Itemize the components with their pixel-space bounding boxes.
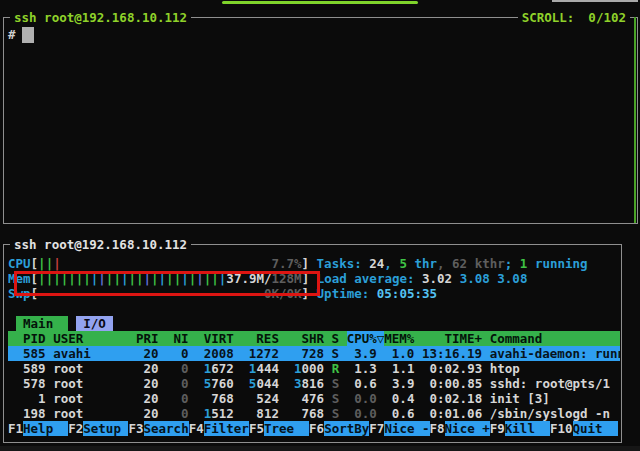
text-segment: 578 root 20 — [8, 376, 166, 391]
text-segment: 512 812 768 — [211, 406, 331, 421]
text-segment: || — [38, 256, 53, 271]
load-1min: 3.02 — [422, 271, 460, 286]
text-segment — [189, 406, 204, 421]
text-segment — [189, 376, 204, 391]
active-pane-border — [634, 17, 636, 223]
process-row[interactable]: 198 root 20 0 1512 812 768 S 0.0 0.6 0:0… — [8, 406, 620, 421]
fkey-f7[interactable]: F7 — [369, 421, 384, 436]
column-headers: PID USER PRI NI VIRT RES SHR S — [8, 331, 347, 346]
text-segment: 0.4 0:02.18 init [3] — [377, 391, 550, 406]
fkey-nice-minus-button[interactable]: Nice - — [384, 421, 429, 436]
text-segment: 672 — [211, 361, 249, 376]
tab-main[interactable]: Main — [16, 316, 69, 331]
text-segment: 3 — [294, 376, 302, 391]
fkey-filter-button[interactable]: Filter — [204, 421, 249, 436]
text-segment — [339, 391, 354, 406]
text-segment — [68, 316, 76, 331]
cpu-meter-row: CPU[||| 7.7%] Tasks: 24, 5 thr, 62 kthr;… — [8, 256, 620, 271]
text-cursor — [22, 27, 34, 43]
text-segment: ] — [302, 256, 317, 271]
fkey-f2[interactable]: F2 — [68, 421, 83, 436]
text-segment — [189, 361, 204, 376]
sort-column-cpu[interactable]: CPU%▽ — [347, 331, 385, 346]
text-segment: 760 — [211, 376, 249, 391]
text-segment: running — [527, 256, 587, 271]
text-segment: 444 — [256, 361, 294, 376]
text-segment: 768 524 476 — [189, 391, 332, 406]
fkey-search-button[interactable]: Search — [144, 421, 189, 436]
text-segment: 816 — [302, 376, 332, 391]
top-pane-title: ssh root@192.168.10.112 — [10, 10, 191, 25]
fkey-f5[interactable]: F5 — [249, 421, 264, 436]
tab-io[interactable]: I/O — [76, 316, 114, 331]
uptime-label: Uptime: — [317, 286, 377, 301]
terminal-window: ssh root@192.168.10.112 SCROLL:0/102 # s… — [0, 0, 640, 451]
top-terminal-pane[interactable] — [3, 17, 638, 224]
fkey-f10[interactable]: F10 — [550, 421, 573, 436]
fkey-quit-button[interactable]: Quit — [573, 421, 618, 436]
blank-row — [8, 301, 620, 316]
shell-prompt[interactable]: # — [8, 27, 16, 43]
text-segment — [61, 256, 272, 271]
text-segment: [ — [31, 256, 39, 271]
text-segment: 1.3 1.1 0:02.93 htop — [339, 361, 520, 376]
scroll-label: SCROLL: — [522, 10, 575, 25]
text-segment: 0 — [166, 391, 189, 406]
fkey-tree-button[interactable]: Tree — [264, 421, 309, 436]
fkey-setup-button[interactable]: Setup — [83, 421, 128, 436]
process-table-header[interactable]: PID USER PRI NI VIRT RES SHR S CPU%▽MEM%… — [8, 331, 620, 346]
column-headers-right: MEM% TIME+ Command — [384, 331, 542, 346]
text-segment: 0 — [166, 361, 189, 376]
text-segment: 044 — [256, 376, 294, 391]
fkey-kill-button[interactable]: Kill — [505, 421, 550, 436]
load-average-label: Load average: — [317, 271, 422, 286]
text-segment: , — [384, 256, 399, 271]
top-window-edge-green — [222, 1, 418, 4]
fkey-f9[interactable]: F9 — [490, 421, 505, 436]
annotation-box-mem-meter — [14, 271, 320, 296]
scroll-indicator: SCROLL:0/102 — [518, 10, 630, 25]
text-segment: 1 root 20 — [8, 391, 166, 406]
fkey-help-button[interactable]: Help — [23, 421, 68, 436]
scroll-value: 0/102 — [588, 10, 626, 25]
fkey-f6[interactable]: F6 — [309, 421, 324, 436]
text-segment — [8, 316, 16, 331]
text-segment: 0.0 — [354, 406, 377, 421]
fkey-f3[interactable]: F3 — [128, 421, 143, 436]
cpu-meter-label: CPU — [8, 256, 31, 271]
screen-tabs: Main I/O — [8, 316, 620, 331]
process-row-585-text: 585 avahi 20 0 2008 1272 728 S 3.9 1.0 1… — [8, 346, 620, 361]
text-segment: thr — [407, 256, 437, 271]
process-row[interactable]: 589 root 20 0 1672 1444 1000 R 1.3 1.1 0… — [8, 361, 620, 376]
cpu-percent-value: 7.7% — [271, 256, 301, 271]
text-segment: 0.6 0:01.06 /sbin/syslogd -n — [377, 406, 610, 421]
text-segment: 198 root 20 — [8, 406, 166, 421]
function-key-bar: F1Help F2Setup F3SearchF4FilterF5Tree F6… — [8, 421, 620, 436]
text-segment: | — [53, 256, 61, 271]
fkey-f4[interactable]: F4 — [189, 421, 204, 436]
text-segment: 0.0 — [354, 391, 377, 406]
bottom-pane-title: ssh root@192.168.10.112 — [10, 237, 191, 252]
process-row[interactable]: 1 root 20 0 768 524 476 S 0.0 0.4 0:02.1… — [8, 391, 620, 406]
text-segment — [339, 406, 354, 421]
process-row-selected[interactable]: 585 avahi 20 0 2008 1272 728 S 3.9 1.0 1… — [8, 346, 620, 361]
fkey-f8[interactable]: F8 — [430, 421, 445, 436]
fkey-nice-plus-button[interactable]: Nice + — [445, 421, 490, 436]
fkey-f1[interactable]: F1 — [8, 421, 23, 436]
fkey-sortby-button[interactable]: SortBy — [324, 421, 369, 436]
text-segment: 0 — [166, 376, 189, 391]
thread-count: 5 — [399, 256, 407, 271]
load-5-15min: 3.08 3.08 — [460, 271, 528, 286]
tasks-label: Tasks: — [317, 256, 370, 271]
bottom-screen-edge — [0, 446, 640, 451]
tasks-count: 24 — [369, 256, 384, 271]
text-segment: 000 — [302, 361, 332, 376]
text-segment: 0.6 3.9 0:00.85 sshd: root@pts/1 — [339, 376, 610, 391]
text-segment: 1 — [294, 361, 302, 376]
text-segment: 589 root 20 — [8, 361, 166, 376]
process-row[interactable]: 578 root 20 0 5760 5044 3816 S 0.6 3.9 0… — [8, 376, 620, 391]
kernel-thread-count: , 62 kthr — [437, 256, 505, 271]
top-window-edge-gray — [552, 0, 638, 2]
text-segment: ; — [505, 256, 520, 271]
text-segment: 0 — [166, 406, 189, 421]
